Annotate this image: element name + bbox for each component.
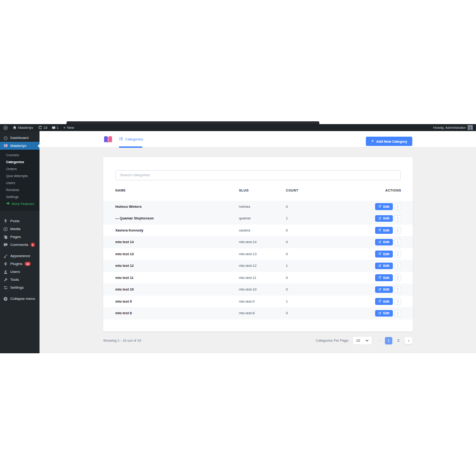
- kebab-menu-button[interactable]: ⋮: [395, 239, 402, 246]
- kebab-menu-button[interactable]: ⋮: [395, 203, 402, 210]
- edit-button[interactable]: Edit: [375, 286, 392, 293]
- edit-button[interactable]: Edit: [375, 239, 392, 246]
- submenu-item-categories[interactable]: Categories: [0, 159, 40, 165]
- submenu-item-courses[interactable]: Courses: [0, 152, 40, 159]
- submenu-item-quiz-attempts[interactable]: Quiz Attempts: [0, 172, 40, 179]
- category-name[interactable]: mto test 8: [115, 311, 239, 315]
- row-actions: Edit⋮: [356, 215, 401, 222]
- sidebar-item-plugins[interactable]: Plugins12: [0, 260, 40, 268]
- site-name-label: Masteriyo: [18, 126, 33, 130]
- edit-icon: [378, 228, 382, 232]
- sidebar-item-media[interactable]: Media: [0, 225, 40, 233]
- edit-icon: [378, 276, 382, 279]
- per-page-select[interactable]: 10: [352, 336, 372, 345]
- edit-button-label: Edit: [383, 300, 389, 303]
- submenu-item-settings[interactable]: Settings: [0, 193, 40, 200]
- edit-button[interactable]: Edit: [375, 274, 392, 281]
- sidebar-item-appearance[interactable]: Appearance: [0, 252, 40, 260]
- admin-bar: W Masteriyo 18 1 + New Howdy, Administra…: [0, 124, 476, 131]
- row-actions: Edit⋮: [356, 203, 401, 210]
- sidebar-item-pages[interactable]: Pages: [0, 233, 40, 241]
- kebab-menu-button[interactable]: ⋮: [395, 263, 402, 270]
- sidebar-item-users[interactable]: Users: [0, 268, 40, 276]
- submenu-item-orders[interactable]: Orders: [0, 165, 40, 172]
- sidebar-item-tools[interactable]: Tools: [0, 276, 40, 284]
- edit-button-label: Edit: [383, 240, 389, 244]
- sidebar-item-label: Collapse menu: [10, 297, 35, 301]
- edit-button[interactable]: Edit: [375, 251, 392, 258]
- site-name-menu[interactable]: Masteriyo: [13, 126, 33, 130]
- media-icon: [3, 227, 8, 231]
- users-icon: [3, 270, 8, 274]
- edit-button[interactable]: Edit: [375, 310, 392, 317]
- sidebar-item-label: Plugins: [10, 262, 22, 266]
- table-header: NAMESLUGCOUNTACTIONS: [103, 180, 413, 201]
- add-new-category-label: Add New Category: [376, 139, 407, 144]
- pagination-prev-button[interactable]: ‹: [378, 338, 383, 343]
- submenu-item-more-features[interactable]: More Features: [0, 200, 40, 207]
- edit-icon: [378, 264, 382, 268]
- comments-menu[interactable]: 1: [52, 126, 59, 130]
- kebab-menu-button[interactable]: ⋮: [395, 227, 402, 234]
- category-count: 0: [286, 287, 356, 291]
- category-name[interactable]: mto test 10: [115, 287, 239, 291]
- sidebar-item-masteriyo[interactable]: Masteriyo: [0, 142, 40, 150]
- pagination-next-button[interactable]: ›: [404, 337, 413, 344]
- kebab-menu-button[interactable]: ⋮: [395, 215, 402, 222]
- category-name[interactable]: Xaviera Kennedy: [115, 228, 239, 232]
- pagination-page-1[interactable]: 1: [385, 337, 392, 344]
- kebab-menu-button[interactable]: ⋮: [395, 286, 402, 293]
- kebab-menu-button[interactable]: ⋮: [395, 310, 402, 317]
- home-icon: [13, 126, 17, 130]
- category-slug: mto-test-13: [239, 252, 286, 256]
- category-name[interactable]: mto test 13: [115, 252, 239, 256]
- kebab-menu-button[interactable]: ⋮: [395, 274, 402, 281]
- notification-badge: 12: [25, 262, 31, 266]
- account-menu[interactable]: Howdy, Administrator: [433, 125, 473, 130]
- category-count: 0: [286, 252, 356, 256]
- pagination-page-2[interactable]: 2: [395, 337, 402, 344]
- sidebar-item-collapse-menu[interactable]: Collapse menu: [0, 295, 40, 303]
- plugins-icon: [3, 262, 8, 266]
- sidebar-item-label: Pages: [10, 235, 21, 239]
- category-name[interactable]: Holmes Winters: [115, 205, 239, 209]
- new-content-menu[interactable]: + New: [63, 126, 74, 130]
- edit-button-label: Edit: [383, 288, 389, 291]
- add-new-category-button[interactable]: + Add New Category: [366, 137, 412, 146]
- category-slug: holmes: [239, 205, 286, 209]
- sidebar-item-settings[interactable]: Settings: [0, 284, 40, 291]
- sidebar-item-comments[interactable]: Comments1: [0, 241, 40, 249]
- updates-icon: [38, 126, 42, 130]
- tab-categories[interactable]: Categories: [119, 131, 143, 147]
- edit-button[interactable]: Edit: [375, 263, 392, 270]
- table-row: Holmes Wintersholmes0Edit⋮: [103, 201, 413, 213]
- category-name[interactable]: — Quamar Stephenson: [115, 216, 239, 220]
- comments-count: 1: [57, 126, 59, 130]
- table-row: mto test 9mto-test-91Edit⋮: [103, 296, 413, 308]
- masteriyo-logo-icon: [103, 136, 113, 144]
- submenu-item-users[interactable]: Users: [0, 179, 40, 186]
- submenu-item-reviews[interactable]: Reviews: [0, 186, 40, 193]
- edit-button[interactable]: Edit: [375, 215, 392, 222]
- row-actions: Edit⋮: [356, 298, 401, 305]
- submenu-item-label: Categories: [6, 160, 24, 164]
- category-name[interactable]: mto test 9: [115, 299, 239, 304]
- sidebar-item-label: Users: [10, 270, 20, 274]
- edit-button[interactable]: Edit: [375, 298, 392, 305]
- category-name[interactable]: mto test 11: [115, 276, 239, 280]
- edit-button[interactable]: Edit: [375, 203, 392, 210]
- kebab-menu-button[interactable]: ⋮: [395, 251, 402, 258]
- wordpress-logo-icon[interactable]: W: [3, 126, 8, 130]
- search-input[interactable]: [115, 170, 401, 180]
- tools-icon: [3, 278, 8, 282]
- updates-menu[interactable]: 18: [38, 126, 47, 130]
- row-actions: Edit⋮: [356, 227, 401, 234]
- category-name[interactable]: mto test 14: [115, 240, 239, 244]
- sidebar-item-dashboard[interactable]: Dashboard: [0, 134, 40, 142]
- category-name[interactable]: mto test 12: [115, 264, 239, 268]
- sidebar-item-posts[interactable]: Posts: [0, 217, 40, 225]
- kebab-menu-button[interactable]: ⋮: [395, 298, 402, 305]
- category-slug: xaviera: [239, 228, 286, 232]
- edit-button[interactable]: Edit: [375, 227, 392, 234]
- row-actions: Edit⋮: [356, 263, 401, 270]
